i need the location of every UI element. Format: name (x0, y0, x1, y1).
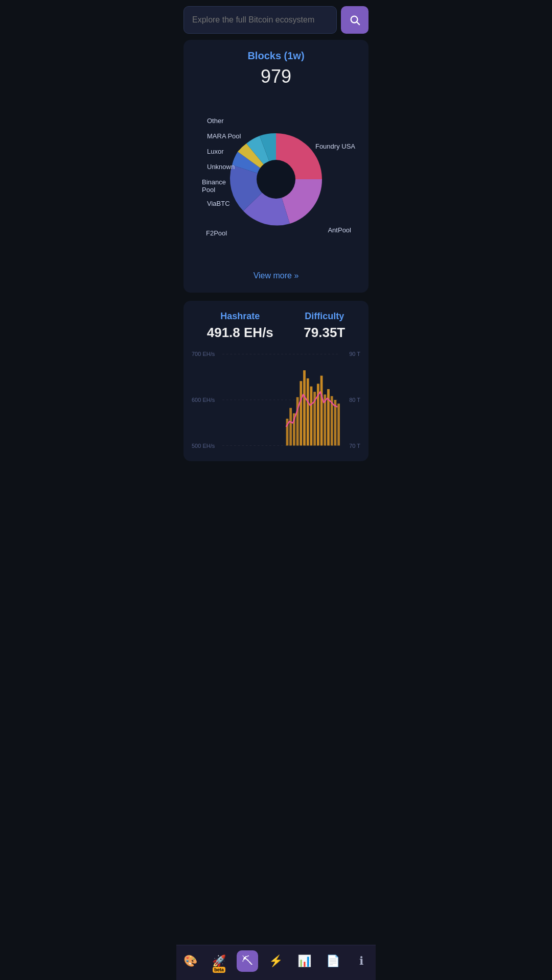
blocks-chart-container: Other MARA Pool Luxor Unknown BinancePoo… (192, 98, 360, 261)
info-icon: ℹ (351, 950, 372, 972)
label-luxor: Luxor (207, 148, 224, 155)
search-input-wrapper (183, 6, 337, 34)
nav-info[interactable]: ℹ (351, 950, 372, 972)
metrics-row: Hashrate 491.8 EH/s Difficulty 79.35T (192, 311, 360, 341)
label-other: Other (207, 117, 224, 125)
y-axis-left: 700 EH/s 600 EH/s 500 EH/s (192, 349, 215, 451)
search-button[interactable] (341, 6, 369, 34)
view-more-link[interactable]: View more » (192, 269, 360, 282)
label-binance: BinancePool (202, 178, 226, 194)
search-icon (349, 14, 360, 26)
label-foundry: Foundry USA (315, 142, 355, 150)
search-bar (176, 0, 376, 40)
blocks-count: 979 (192, 66, 360, 87)
label-unknown: Unknown (207, 163, 235, 171)
y-label-80t: 80 T (349, 397, 360, 403)
svg-rect-9 (296, 397, 299, 446)
difficulty-label: Difficulty (304, 311, 345, 322)
label-mara: MARA Pool (207, 132, 241, 140)
nav-dashboard[interactable]: 🎨 (180, 950, 201, 972)
nav-lightning[interactable]: ⚡ (265, 950, 287, 972)
svg-rect-21 (337, 403, 340, 445)
y-label-90t: 90 T (349, 351, 360, 357)
difficulty-metric: Difficulty 79.35T (304, 311, 345, 341)
chart-area (222, 349, 340, 451)
dashboard-icon: 🎨 (180, 950, 201, 972)
bottom-nav: 🎨 🚀 beta ⛏ ⚡ 📊 📄 ℹ (176, 945, 376, 980)
hashrate-label: Hashrate (207, 311, 273, 322)
svg-rect-7 (289, 408, 292, 446)
blocks-card: Blocks (1w) 979 (183, 40, 369, 293)
label-viabtc: ViaBTC (207, 200, 230, 207)
y-label-500: 500 EH/s (192, 443, 215, 449)
donut-wrapper: Other MARA Pool Luxor Unknown BinancePoo… (197, 98, 355, 261)
svg-rect-10 (300, 381, 302, 445)
hashrate-chart: 700 EH/s 600 EH/s 500 EH/s 90 T 80 T 70 … (192, 349, 360, 451)
difficulty-value: 79.35T (304, 325, 345, 341)
svg-line-1 (357, 22, 359, 25)
y-label-700: 700 EH/s (192, 351, 215, 357)
y-axis-right: 90 T 80 T 70 T (349, 349, 360, 451)
svg-point-2 (257, 160, 295, 199)
lightning-icon: ⚡ (265, 950, 287, 972)
search-input[interactable] (192, 8, 328, 32)
svg-rect-11 (303, 370, 306, 445)
hashrate-card: Hashrate 491.8 EH/s Difficulty 79.35T 70… (183, 301, 369, 461)
y-label-70t: 70 T (349, 443, 360, 449)
svg-rect-13 (310, 387, 313, 446)
label-f2pool: F2Pool (206, 229, 227, 237)
label-antpool: AntPool (328, 226, 351, 234)
svg-rect-12 (307, 378, 309, 446)
nav-chart[interactable]: 📊 (294, 950, 315, 972)
document-icon: 📄 (322, 950, 343, 972)
chart-icon: 📊 (294, 950, 315, 972)
y-label-600: 600 EH/s (192, 397, 215, 403)
mining-icon: ⛏ (237, 950, 258, 972)
nav-document[interactable]: 📄 (322, 950, 343, 972)
beta-badge: beta (213, 967, 225, 973)
donut-chart (225, 128, 327, 230)
svg-rect-16 (320, 376, 323, 446)
hashrate-metric: Hashrate 491.8 EH/s (207, 311, 273, 341)
nav-rocket[interactable]: 🚀 beta (209, 950, 230, 972)
hashrate-value: 491.8 EH/s (207, 325, 273, 341)
svg-rect-18 (327, 389, 330, 446)
hashrate-chart-svg (222, 349, 340, 451)
blocks-title: Blocks (1w) (192, 50, 360, 62)
nav-mining[interactable]: ⛏ (237, 950, 258, 972)
